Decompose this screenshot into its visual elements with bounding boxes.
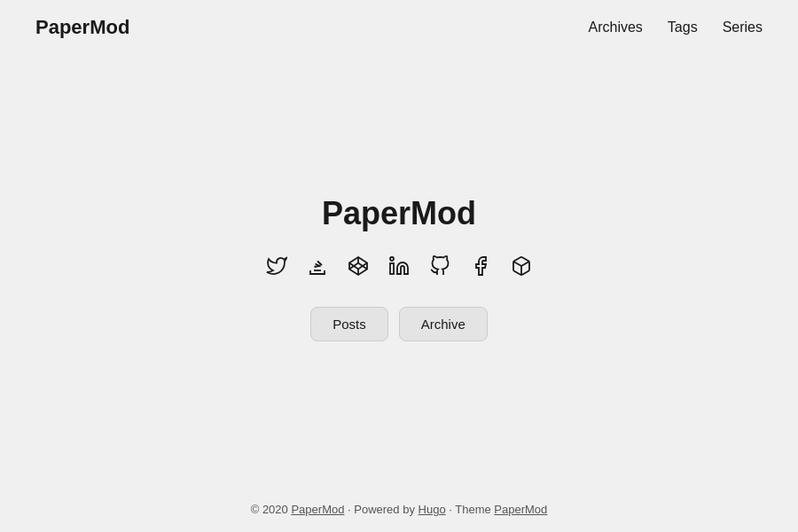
posts-button[interactable]: Posts [310,307,388,341]
twitter-icon[interactable] [264,254,289,278]
footer-theme-link[interactable]: PaperMod [494,503,547,516]
github-icon[interactable] [427,254,452,278]
site-footer: © 2020 PaperMod · Powered by Hugo · Them… [0,487,798,532]
nav-tags[interactable]: Tags [668,20,698,35]
main-nav: Archives Tags Series [588,20,763,35]
action-buttons: Posts Archive [310,307,488,341]
social-icons-row [264,254,534,278]
nav-series[interactable]: Series [723,20,763,35]
hero-title: PaperMod [322,195,476,232]
facebook-icon[interactable] [468,254,493,278]
footer-brand-link[interactable]: PaperMod [291,503,344,516]
nav-archives[interactable]: Archives [588,20,642,35]
site-title[interactable]: PaperMod [35,16,129,39]
archive-button[interactable]: Archive [399,307,488,341]
box-icon[interactable] [509,254,534,278]
site-header: PaperMod Archives Tags Series [0,0,798,55]
footer-hugo-link[interactable]: Hugo [419,503,446,516]
main-content: PaperMod [0,55,798,481]
stackoverflow-icon[interactable] [305,254,330,278]
linkedin-icon[interactable] [387,254,411,278]
svg-point-4 [390,257,394,261]
codepen-icon[interactable] [346,254,371,278]
svg-rect-3 [390,263,394,274]
footer-copy: © 2020 PaperMod · Powered by Hugo · Them… [251,503,548,516]
